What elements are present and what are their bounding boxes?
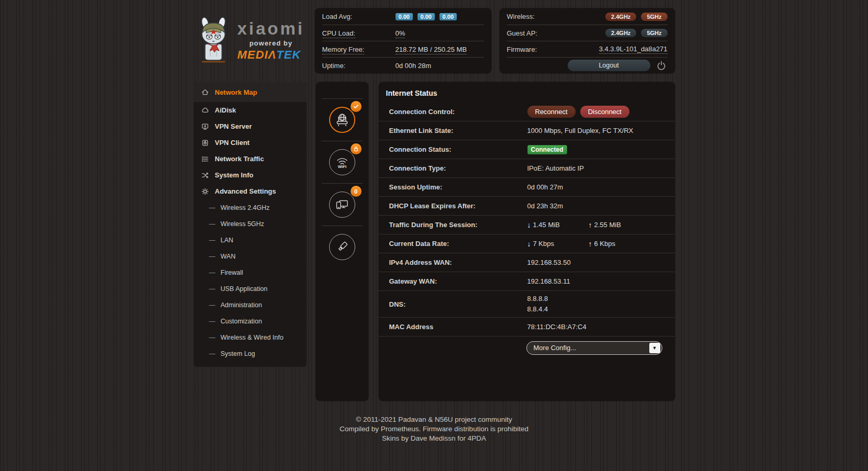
firmware-label: Firmware: [507,46,580,53]
sidebar-item-label: AiDisk [215,106,236,114]
rate-upload-value: 6 Kbps [594,240,615,248]
logout-row: Logout [507,57,668,73]
shuffle-icon [201,171,210,180]
wireless-24ghz-badge[interactable]: 2.4GHz [605,13,636,21]
cpu-load-label: CPU Load: [322,29,396,37]
upload-arrow-icon: ↑ [589,221,592,229]
chevron-down-icon[interactable]: ▼ [649,343,660,353]
footer-copyright: © 2011-2021 Padavan & N56U project commu… [194,415,675,424]
download-arrow-icon: ↓ [527,221,531,229]
ipv4-wan-value: 192.168.53.50 [527,259,675,266]
internet-status-section [316,99,368,141]
xiaomi-mascot-icon [194,16,233,66]
session-uptime-row: Session Uptime: 0d 00h 27m [379,177,675,196]
sidebar-item-vpn-server[interactable]: VPN Server [194,118,307,134]
usb-drive-icon[interactable] [329,234,355,260]
load-avg-badge-3: 0.00 [439,13,457,20]
status-icon-rail: WiFi 0 [316,82,368,401]
memory-free-label: Memory Free: [322,46,396,53]
sidebar-item-vpn-client[interactable]: VPN Client [194,134,307,151]
more-config-selected-value: More Config... [534,344,649,352]
traffic-upload-value: 2.55 MiB [594,221,621,229]
clients-count-badge: 0 [351,186,362,197]
wifi-text: WiFi [337,164,346,169]
footer-skins-credit: Skins by Dave Medissn for 4PDA [194,434,675,443]
check-icon [352,103,360,110]
sidebar-subitem-administration[interactable]: Administration [194,297,307,313]
home-icon [201,88,210,97]
sidebar-item-label: Advanced Settings [215,187,276,195]
session-uptime-label: Session Uptime: [379,183,527,191]
power-button[interactable] [655,59,668,72]
clients-status-section: 0 [316,184,368,226]
dns-label: DNS: [379,300,527,308]
client-devices-icon[interactable] [329,192,355,218]
connection-control-label: Connection Control: [379,108,527,116]
connection-type-value: IPoE: Automatic IP [527,164,675,172]
guest-5ghz-badge[interactable]: 5GHz [641,29,667,37]
uptime-value: 0d 00h 28m [396,62,432,70]
gateway-wan-row: Gateway WAN: 192.168.53.11 [379,272,675,290]
dns-primary: 8.8.8.8 [527,294,548,304]
internet-globe-icon[interactable] [329,107,355,133]
logout-button[interactable]: Logout [568,60,650,71]
wireless-5ghz-badge[interactable]: 5GHz [641,13,667,21]
dhcp-lease-value: 0d 23h 32m [527,202,675,210]
sidebar-subitem-wireless-5ghz[interactable]: Wireless 5GHz [194,216,307,232]
footer-compiled-by: Compiled by Prometheus. Firmware distrib… [194,424,675,434]
panel-title: Internet Status [379,82,675,102]
mediatek-logo-tek: TEK [276,48,301,61]
sidebar-item-label: VPN Server [215,122,252,130]
sidebar-item-network-map[interactable]: Network Map [194,82,307,102]
logo-text: xiaomi powered by MEDIΛTEK [238,20,305,62]
mediatek-logo-media: MEDIΛ [238,48,277,61]
sidebar-subitem-lan[interactable]: LAN [194,232,307,248]
load-avg-values: 0.00 0.00 0.00 [396,13,460,20]
load-avg-row: Load Avg: 0.00 0.00 0.00 [322,8,484,25]
ipv4-wan-label: IPv4 Address WAN: [379,259,527,266]
wifi-icon[interactable]: WiFi [329,149,355,175]
sidebar-subitem-customization[interactable]: Customization [194,313,307,329]
vpn-client-icon [201,138,210,147]
sidebar-item-system-info[interactable]: System Info [194,167,307,183]
internet-status-panel: Internet Status Connection Control: Reco… [379,82,675,401]
wireless-panel: Wireless: 2.4GHz 5GHz Guest AP: 2.4GHz 5… [500,8,675,73]
sidebar-item-label: Network Map [215,88,257,96]
sidebar-subitem-wan[interactable]: WAN [194,248,307,264]
system-stats-panel: Load Avg: 0.00 0.00 0.00 CPU Load: 0% Me… [315,8,491,73]
uptime-label: Uptime: [322,62,396,70]
more-config-select[interactable]: More Config... ▼ [526,341,662,355]
load-avg-badge-1: 0.00 [396,13,413,20]
reconnect-button[interactable]: Reconnect [527,106,576,118]
cpu-load-row: CPU Load: 0% [322,25,484,41]
sidebar-subitem-wireless-wired-info[interactable]: Wireless & Wired Info [194,329,307,345]
sidebar-subitem-wireless-24ghz[interactable]: Wireless 2.4GHz [194,199,307,216]
ethernet-link-value: 1000 Mbps, Full Duplex, FC TX/RX [527,127,675,134]
upload-arrow-icon: ↑ [589,240,592,248]
power-icon [656,60,667,71]
session-traffic-row: Traffic During The Session: ↓1.45 MiB ↑2… [379,215,675,234]
sidebar-item-aidisk[interactable]: AiDisk [194,102,307,118]
data-rate-label: Current Data Rate: [379,240,527,248]
sidebar-item-advanced-settings[interactable]: Advanced Settings [194,183,307,199]
wifi-secured-badge [351,143,362,154]
sidebar-subitem-system-log[interactable]: System Log [194,345,307,362]
firmware-row: Firmware: 3.4.3.9L-101_da8a271 [507,41,668,57]
page: xiaomi powered by MEDIΛTEK Load Avg: 0.0… [194,0,675,443]
gateway-wan-label: Gateway WAN: [379,277,527,285]
wifi-status-section: WiFi [316,141,368,183]
lock-icon [352,145,360,153]
disconnect-button[interactable]: Disconnect [580,106,629,118]
sidebar-item-label: VPN Client [215,139,250,147]
wireless-label: Wireless: [507,13,580,20]
dns-secondary: 8.8.4.4 [527,304,548,315]
ethernet-link-label: Ethernet Link State: [379,127,527,134]
ipv4-wan-row: IPv4 Address WAN: 192.168.53.50 [379,253,675,272]
main-area: Network Map AiDisk VPN Server VPN Client [194,82,675,401]
sidebar-item-network-traffic[interactable]: Network Traffic [194,151,307,167]
sidebar-subitem-firewall[interactable]: Firewall [194,264,307,281]
memory-free-value: 218.72 MB / 250.25 MB [396,46,467,53]
guest-24ghz-badge[interactable]: 2.4GHz [605,29,636,37]
sidebar-subitem-usb-application[interactable]: USB Application [194,281,307,297]
firmware-version[interactable]: 3.4.3.9L-101_da8a271 [599,45,668,54]
